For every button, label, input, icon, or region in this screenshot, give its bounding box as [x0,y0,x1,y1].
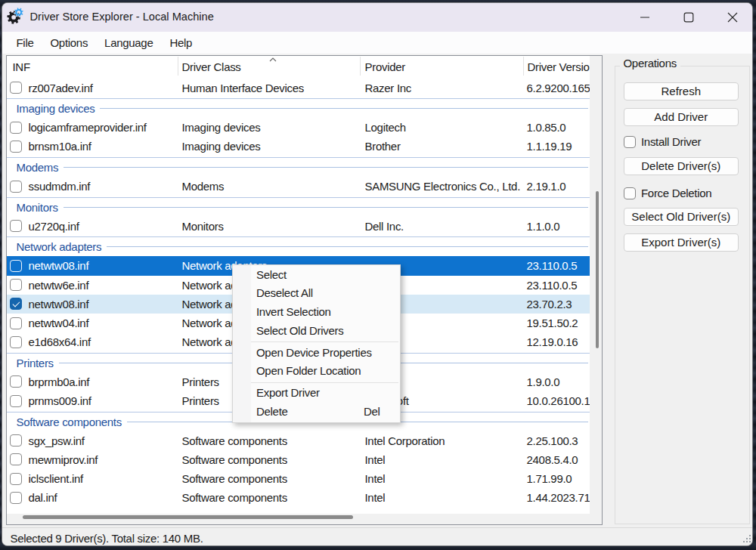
table-row[interactable]: sgx_psw.inf Software components Intel Co… [7,431,590,450]
export-driver-s-button[interactable]: Export Driver(s) [624,233,739,252]
column-header-inf[interactable]: INF [13,56,30,79]
cell-provider: Intel [365,488,386,507]
add-driver-button[interactable]: Add Driver [624,108,739,126]
row-checkbox[interactable] [10,220,22,232]
row-checkbox[interactable] [10,336,22,348]
column-divider[interactable] [178,57,178,76]
close-button[interactable] [711,3,753,32]
install-driver-checkbox-label[interactable]: Install Driver [641,136,701,148]
table-row[interactable]: iclsclient.inf Software components Intel… [7,469,590,488]
cell-provider: Brother [365,137,401,156]
row-checkbox[interactable] [10,279,22,291]
menu-bar: FileOptionsLanguageHelp [2,32,752,54]
horizontal-scrollbar[interactable] [7,514,590,524]
menu-item-export-driver[interactable]: Export Driver [233,384,400,403]
menu-file[interactable]: File [8,32,42,54]
group-label: Monitors [17,201,58,214]
menu-item-select[interactable]: Select [233,266,400,285]
table-row[interactable]: u2720q.inf Monitors Dell Inc. 1.1.0.0 [7,217,590,236]
row-checkbox[interactable] [10,395,22,407]
cell-inf: netwtw08.inf [29,256,89,275]
table-row[interactable]: logicamframeprovider.inf Imaging devices… [7,118,590,137]
cell-driver-class: Software components [182,450,287,469]
column-header-provider[interactable]: Provider [365,56,405,79]
table-row[interactable]: dal.inf Software components Intel 1.44.2… [7,488,590,507]
group-rule [107,246,587,247]
cell-inf: dal.inf [29,488,57,507]
row-checkbox[interactable] [10,375,22,388]
delete-driver-s-button[interactable]: Delete Driver(s) [624,157,739,175]
vertical-scrollbar[interactable] [590,56,602,525]
group-label: Printers [17,357,54,369]
cell-inf: netwtw6e.inf [29,276,89,295]
minimize-button[interactable] [623,3,667,32]
column-divider[interactable] [360,57,361,76]
cell-inf: iclsclient.inf [29,469,84,488]
row-checkbox[interactable] [10,260,22,272]
cell-inf: prnms009.inf [29,391,91,410]
group-row[interactable]: Imaging devices [7,97,590,119]
install-driver-checkbox[interactable] [624,136,636,148]
cell-inf: rz007adev.inf [29,79,93,97]
menu-item-open-folder-location[interactable]: Open Folder Location [233,362,400,381]
cell-driver-version: 23.70.2.3 [527,295,572,314]
horizontal-scrollbar-thumb[interactable] [23,515,353,519]
cell-driver-version: 19.51.50.2 [527,314,578,332]
menu-options[interactable]: Options [42,32,96,54]
menu-item-delete[interactable]: DeleteDel [233,403,400,422]
group-label: Modems [17,161,59,174]
menu-item-invert-selection[interactable]: Invert Selection [233,303,400,322]
row-checkbox[interactable] [10,453,22,465]
row-checkbox[interactable] [10,473,22,485]
cell-inf: u2720q.inf [29,217,79,236]
column-divider[interactable] [523,57,524,76]
menu-item-select-old-drivers[interactable]: Select Old Drivers [233,322,400,341]
menu-help[interactable]: Help [161,32,200,54]
row-checkbox[interactable] [10,492,22,504]
table-row[interactable]: mewmiprov.inf Software components Intel … [7,450,590,469]
row-checkbox[interactable] [10,317,22,329]
cell-driver-class: Software components [182,431,287,450]
vertical-scrollbar-thumb[interactable] [596,191,599,348]
row-checkbox[interactable] [10,181,22,193]
group-row[interactable]: Monitors [7,196,590,217]
cell-inf: mewmiprov.inf [29,450,98,469]
window-title: Driver Store Explorer - Local Machine [30,4,214,29]
force-deletion-checkbox[interactable] [624,187,636,199]
cell-driver-version: 1.1.0.0 [527,217,560,236]
group-rule [100,108,587,109]
cell-driver-class: Software components [182,488,287,507]
row-checkbox[interactable] [10,141,22,153]
row-checkbox[interactable] [10,82,22,94]
refresh-button[interactable]: Refresh [624,82,739,100]
cell-provider: Intel [365,450,386,469]
menu-item-open-device-properties[interactable]: Open Device Properties [233,344,400,363]
app-icon [7,8,25,26]
table-row[interactable]: ssudmdm.inf Modems SAMSUNG Electronics C… [7,177,590,196]
cell-driver-version: 6.2.9200.165 [527,79,590,97]
row-checkbox[interactable] [10,298,22,310]
group-row[interactable]: Modems [7,156,590,178]
column-header-driver-version[interactable]: Driver Versio [528,56,590,79]
row-checkbox[interactable] [10,434,22,446]
group-row[interactable]: Network adapters [7,236,590,257]
maximize-icon [683,12,694,23]
cell-driver-version: 1.71.99.0 [527,469,572,488]
cell-inf: brnsm10a.inf [29,137,91,156]
group-label: Network adapters [17,240,102,253]
column-header-driver-class[interactable]: Driver Class [182,56,241,79]
row-checkbox[interactable] [10,122,22,134]
title-bar[interactable]: Driver Store Explorer - Local Machine [2,3,752,32]
resize-grip[interactable] [742,535,751,544]
force-deletion-checkbox-label[interactable]: Force Deletion [641,187,711,199]
close-icon [727,12,738,23]
table-row[interactable]: rz007adev.inf Human Interface Devices Ra… [7,79,590,97]
cell-driver-class: Printers [182,372,219,391]
menu-language[interactable]: Language [96,32,161,54]
menu-item-deselect-all[interactable]: Deselect All [233,284,400,303]
status-bar: Selected 9 Driver(s). Total size: 140 MB… [2,527,752,545]
select-old-driver-s-button[interactable]: Select Old Driver(s) [624,208,739,226]
maximize-button[interactable] [667,3,711,32]
table-row[interactable]: brnsm10a.inf Imaging devices Brother 1.1… [7,137,590,156]
cell-driver-class: Human Interface Devices [182,79,305,97]
